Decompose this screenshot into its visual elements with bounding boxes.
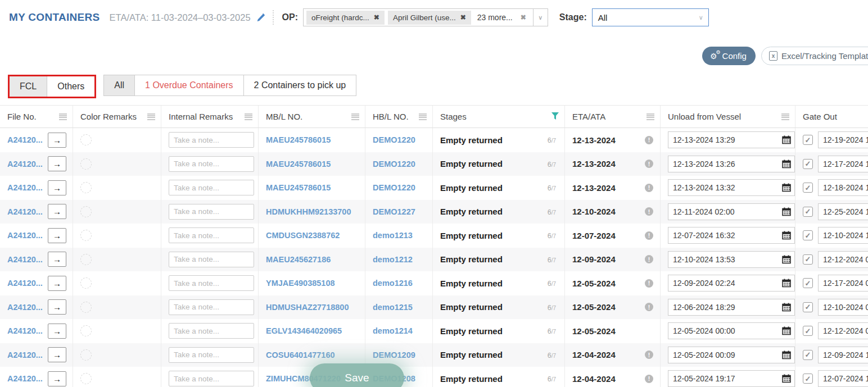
column-menu-icon[interactable] bbox=[59, 113, 67, 120]
file-no-link[interactable]: A24120... bbox=[7, 374, 43, 383]
alert-icon[interactable]: ! bbox=[645, 279, 653, 288]
alert-icon[interactable]: ! bbox=[645, 207, 653, 216]
open-file-arrow-button[interactable]: → bbox=[48, 276, 66, 291]
color-remark-circle[interactable] bbox=[80, 182, 92, 193]
op-tag[interactable]: oFreight (hardc... ✖ bbox=[306, 11, 385, 25]
excel-tracking-template-button[interactable]: x Excel/Tracking Template bbox=[761, 47, 868, 65]
color-remark-circle[interactable] bbox=[80, 277, 92, 289]
config-button[interactable]: ⚙⚙ Config bbox=[702, 47, 756, 65]
tab-overdue-containers[interactable]: 1 Overdue Containers bbox=[135, 75, 244, 95]
file-no-link[interactable]: A24120... bbox=[7, 255, 43, 264]
file-no-link[interactable]: A24120... bbox=[7, 326, 43, 335]
open-file-arrow-button[interactable]: → bbox=[48, 252, 66, 267]
hbl-link[interactable]: demo1213 bbox=[373, 231, 413, 240]
calendar-icon[interactable] bbox=[779, 252, 794, 267]
hbl-link[interactable]: DEMO1209 bbox=[373, 350, 415, 359]
gateout-date-input[interactable] bbox=[818, 370, 868, 387]
gateout-checkbox[interactable]: ✓ bbox=[803, 254, 813, 265]
remove-tag-icon[interactable]: ✖ bbox=[460, 13, 466, 21]
mbl-link[interactable]: EGLV143464020965 bbox=[266, 326, 342, 335]
gateout-checkbox[interactable]: ✓ bbox=[803, 326, 813, 336]
chevron-down-icon[interactable]: ∨ bbox=[533, 9, 548, 26]
file-no-link[interactable]: A24120... bbox=[7, 135, 43, 144]
alert-icon[interactable]: ! bbox=[645, 184, 653, 192]
tab-all[interactable]: All bbox=[104, 75, 135, 95]
unload-date-input[interactable] bbox=[668, 156, 779, 172]
mbl-link[interactable]: YMJAE490385108 bbox=[266, 279, 335, 288]
alert-icon[interactable]: ! bbox=[645, 350, 653, 359]
calendar-icon[interactable] bbox=[779, 299, 794, 315]
internal-remarks-input[interactable] bbox=[169, 299, 254, 315]
color-remark-circle[interactable] bbox=[80, 302, 92, 313]
open-file-arrow-button[interactable]: → bbox=[48, 133, 66, 148]
gateout-date-input[interactable] bbox=[818, 156, 868, 172]
color-remark-circle[interactable] bbox=[80, 158, 92, 170]
internal-remarks-input[interactable] bbox=[169, 132, 254, 148]
internal-remarks-input[interactable] bbox=[169, 204, 254, 220]
column-menu-icon[interactable] bbox=[245, 113, 252, 120]
internal-remarks-input[interactable] bbox=[169, 371, 254, 386]
mbl-link[interactable]: CMDUSGN2388762 bbox=[266, 231, 340, 240]
hbl-link[interactable]: demo1215 bbox=[373, 303, 413, 312]
open-file-arrow-button[interactable]: → bbox=[48, 347, 66, 362]
gateout-checkbox[interactable]: ✓ bbox=[803, 374, 813, 384]
unload-date-input[interactable] bbox=[668, 347, 779, 363]
column-menu-icon[interactable] bbox=[419, 113, 427, 120]
unload-date-input[interactable] bbox=[668, 204, 779, 220]
hbl-link[interactable]: DEMO1220 bbox=[373, 160, 415, 169]
open-file-arrow-button[interactable]: → bbox=[48, 180, 66, 195]
mbl-link[interactable]: MAEU245627186 bbox=[266, 255, 331, 264]
internal-remarks-input[interactable] bbox=[169, 180, 254, 195]
hbl-link[interactable]: DEMO1220 bbox=[373, 135, 415, 144]
internal-remarks-input[interactable] bbox=[169, 323, 254, 339]
gateout-date-input[interactable] bbox=[818, 131, 868, 148]
hbl-link[interactable]: demo1212 bbox=[373, 255, 413, 264]
file-no-link[interactable]: A24120... bbox=[7, 231, 43, 240]
open-file-arrow-button[interactable]: → bbox=[48, 228, 66, 243]
mbl-link[interactable]: HDMUSHAZ27718800 bbox=[266, 303, 349, 312]
alert-icon[interactable]: ! bbox=[645, 231, 653, 240]
alert-icon[interactable]: ! bbox=[645, 303, 653, 311]
column-menu-icon[interactable] bbox=[647, 113, 654, 120]
open-file-arrow-button[interactable]: → bbox=[48, 371, 66, 386]
internal-remarks-input[interactable] bbox=[169, 227, 254, 243]
gateout-date-input[interactable] bbox=[818, 251, 868, 268]
column-menu-icon[interactable] bbox=[781, 113, 789, 120]
stage-select[interactable]: All ∨ bbox=[592, 8, 709, 26]
unload-date-input[interactable] bbox=[668, 275, 779, 291]
gateout-checkbox[interactable]: ✓ bbox=[803, 278, 813, 288]
gateout-date-input[interactable] bbox=[818, 275, 868, 292]
color-remark-circle[interactable] bbox=[80, 206, 92, 217]
color-remark-circle[interactable] bbox=[80, 373, 92, 384]
tab-fcl[interactable]: FCL bbox=[10, 76, 47, 97]
file-no-link[interactable]: A24120... bbox=[7, 160, 43, 169]
remove-tag-icon[interactable]: ✖ bbox=[374, 13, 379, 21]
unload-date-input[interactable] bbox=[668, 227, 779, 243]
internal-remarks-input[interactable] bbox=[169, 347, 254, 363]
calendar-icon[interactable] bbox=[779, 347, 794, 363]
gateout-date-input[interactable] bbox=[818, 347, 868, 363]
mbl-link[interactable]: MAEU245786015 bbox=[266, 135, 331, 144]
calendar-icon[interactable] bbox=[779, 275, 794, 291]
unload-date-input[interactable] bbox=[668, 299, 779, 315]
unload-date-input[interactable] bbox=[668, 180, 779, 195]
hbl-link[interactable]: demo1216 bbox=[373, 279, 413, 288]
tab-others[interactable]: Others bbox=[47, 76, 94, 97]
calendar-icon[interactable] bbox=[779, 180, 794, 195]
op-tag[interactable]: April Gilbert (use... ✖ bbox=[388, 11, 471, 25]
open-file-arrow-button[interactable]: → bbox=[48, 204, 66, 219]
unload-date-input[interactable] bbox=[668, 252, 779, 267]
file-no-link[interactable]: A24120... bbox=[7, 183, 43, 192]
gateout-checkbox[interactable]: ✓ bbox=[803, 302, 813, 312]
color-remark-circle[interactable] bbox=[80, 230, 92, 241]
hbl-link[interactable]: DEMO1220 bbox=[373, 183, 415, 192]
mbl-link[interactable]: COSU6401477160 bbox=[266, 350, 335, 359]
color-remark-circle[interactable] bbox=[80, 325, 92, 336]
column-menu-icon[interactable] bbox=[147, 113, 155, 120]
op-multiselect[interactable]: oFreight (hardc... ✖ April Gilbert (use.… bbox=[303, 8, 548, 26]
alert-icon[interactable]: ! bbox=[645, 255, 653, 263]
filter-funnel-icon[interactable] bbox=[551, 112, 559, 121]
hbl-link[interactable]: demo1214 bbox=[373, 326, 413, 335]
open-file-arrow-button[interactable]: → bbox=[48, 299, 66, 315]
file-no-link[interactable]: A24120... bbox=[7, 207, 43, 216]
